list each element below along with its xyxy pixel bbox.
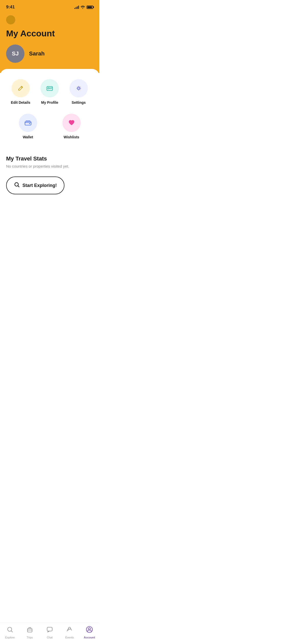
wallet-icon-circle	[19, 114, 37, 132]
wifi-icon	[80, 5, 85, 9]
profile-card-icon	[45, 84, 54, 93]
notification-dot[interactable]	[6, 15, 15, 24]
search-button-icon	[14, 182, 20, 189]
svg-point-4	[78, 87, 80, 89]
my-profile-icon-circle	[40, 79, 59, 97]
menu-item-edit-details[interactable]: Edit Details	[6, 77, 35, 109]
my-profile-label: My Profile	[41, 100, 58, 105]
avatar[interactable]: SJ	[6, 45, 24, 63]
pencil-icon	[16, 84, 25, 93]
menu-row-1: Edit Details My Profile Settings	[6, 77, 93, 109]
travel-stats-title: My Travel Stats	[6, 155, 93, 162]
page-title: My Account	[6, 28, 93, 38]
card-section: Edit Details My Profile Settings	[0, 69, 99, 194]
start-exploring-label: Start Exploring!	[22, 183, 57, 188]
status-icons	[74, 5, 93, 9]
menu-item-wallet[interactable]: Wallet	[6, 112, 50, 143]
status-bar: 9:41	[0, 0, 99, 13]
header-section: My Account SJ Sarah	[0, 13, 99, 73]
wishlists-label: Wishlists	[64, 135, 79, 139]
svg-rect-5	[25, 122, 31, 125]
battery-icon	[87, 6, 93, 9]
menu-row-2: Wallet Wishlists	[6, 112, 93, 143]
menu-item-my-profile[interactable]: My Profile	[35, 77, 64, 109]
user-name: Sarah	[29, 50, 45, 57]
wallet-icon	[23, 118, 33, 127]
travel-stats: My Travel Stats No countries or properti…	[6, 149, 93, 194]
signal-icon	[74, 5, 79, 9]
settings-icon-circle	[70, 79, 88, 97]
start-exploring-button[interactable]: Start Exploring!	[6, 177, 64, 194]
wallet-label: Wallet	[23, 135, 33, 139]
status-time: 9:41	[6, 5, 15, 10]
svg-point-1	[48, 87, 49, 89]
gear-icon	[74, 84, 83, 93]
svg-line-8	[18, 186, 19, 187]
wishlists-icon-circle	[62, 114, 81, 132]
menu-item-wishlists[interactable]: Wishlists	[50, 112, 93, 143]
heart-icon	[67, 118, 76, 127]
edit-details-label: Edit Details	[11, 100, 30, 105]
settings-label: Settings	[72, 100, 86, 105]
edit-details-icon-circle	[11, 79, 30, 97]
user-row: SJ Sarah	[6, 45, 93, 63]
svg-point-6	[29, 123, 30, 124]
travel-stats-subtitle: No countries or properties visited yet.	[6, 164, 93, 168]
menu-item-settings[interactable]: Settings	[64, 77, 93, 109]
